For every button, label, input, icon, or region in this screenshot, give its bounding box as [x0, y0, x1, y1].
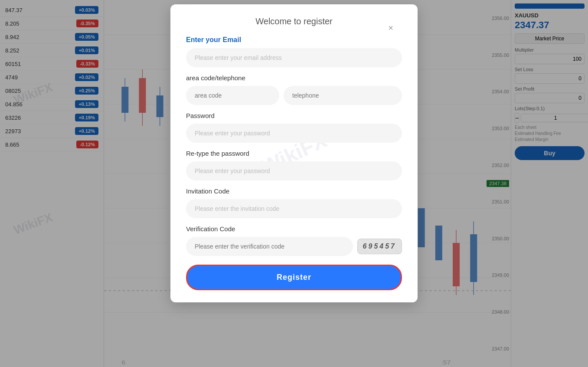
email-section-title: Enter your Email — [186, 36, 402, 44]
area-code-input[interactable] — [186, 86, 279, 105]
retype-section-label: Re-type the password — [186, 150, 402, 157]
invitation-section-label: Invitation Code — [186, 187, 402, 195]
modal-overlay: WikiFX Welcome to register × Enter your … — [0, 0, 588, 367]
phone-section-label: area code/telephone — [186, 74, 402, 82]
retype-password-input[interactable] — [186, 161, 402, 180]
verification-section-label: Verification Code — [186, 225, 402, 233]
password-input[interactable] — [186, 124, 402, 143]
email-input[interactable] — [186, 48, 402, 67]
verification-code-input[interactable] — [186, 237, 353, 256]
modal-close-button[interactable]: × — [388, 23, 393, 32]
phone-row — [186, 86, 402, 105]
registration-modal: WikiFX Welcome to register × Enter your … — [170, 4, 418, 302]
modal-title: Welcome to register — [186, 16, 402, 26]
register-button[interactable]: Register — [186, 265, 402, 290]
password-section-label: Password — [186, 112, 402, 119]
captcha-image[interactable]: 695457 — [357, 239, 402, 254]
invitation-code-input[interactable] — [186, 199, 402, 218]
verification-row: 695457 — [186, 237, 402, 256]
phone-input[interactable] — [284, 86, 402, 105]
